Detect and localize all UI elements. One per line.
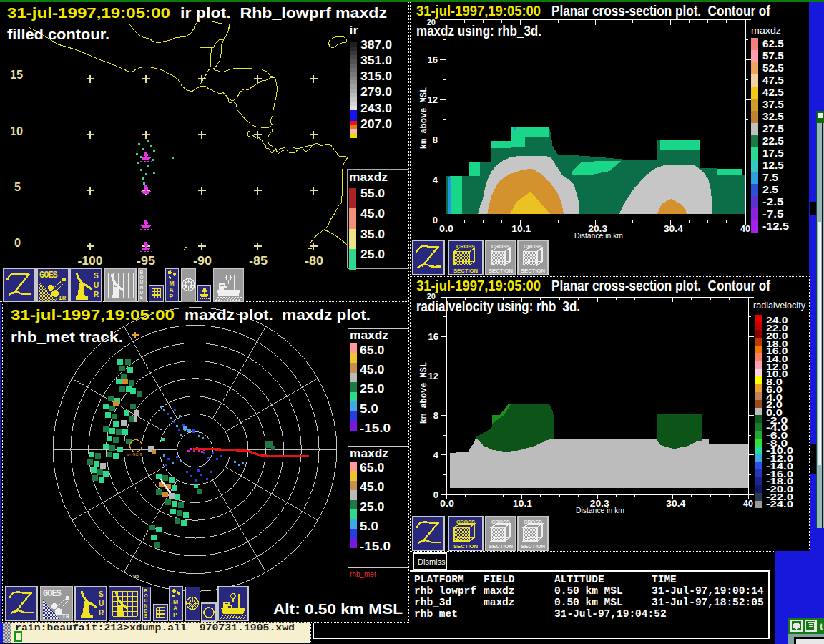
svg-text:radialvelocity using: rhb_3d.: radialvelocity using: rhb_3d.	[416, 298, 580, 314]
svg-text:15: 15	[10, 68, 23, 82]
svg-text:rhb_met: rhb_met	[350, 570, 376, 578]
svg-text:O: O	[140, 275, 144, 280]
svg-text:52.5: 52.5	[762, 62, 784, 74]
svg-text:N: N	[144, 603, 148, 608]
svg-text:ALTITUDE: ALTITUDE	[554, 574, 604, 585]
svg-text:32.5: 32.5	[762, 110, 784, 122]
svg-text:SECTION: SECTION	[489, 268, 513, 274]
svg-text:R: R	[94, 291, 99, 298]
svg-text:U: U	[99, 600, 104, 608]
svg-text:279.0: 279.0	[360, 85, 392, 99]
svg-text:rhb_lowprf: rhb_lowprf	[414, 585, 476, 597]
svg-text:-95: -95	[131, 573, 139, 580]
svg-text:0: 0	[433, 215, 438, 225]
svg-text:-85: -85	[249, 254, 268, 268]
svg-text:km above MSL: km above MSL	[419, 87, 429, 149]
svg-text:0.0: 0.0	[440, 498, 454, 509]
svg-text:U: U	[144, 598, 148, 603]
svg-text:37.5: 37.5	[762, 98, 784, 110]
svg-text:SECTION: SECTION	[489, 543, 513, 550]
svg-text:45.0: 45.0	[360, 363, 384, 376]
svg-text:maxdz: maxdz	[349, 171, 388, 183]
svg-text:maxdz: maxdz	[751, 25, 781, 36]
svg-text:4: 4	[433, 175, 438, 185]
svg-text:CROSS: CROSS	[491, 243, 511, 250]
svg-text:35.0: 35.0	[360, 228, 385, 241]
svg-text:12.5: 12.5	[762, 159, 784, 171]
svg-text:-7.5: -7.5	[762, 208, 784, 220]
svg-text:ir: ir	[349, 24, 358, 36]
svg-text:S: S	[99, 590, 104, 598]
svg-text:16: 16	[428, 54, 438, 65]
svg-text:0: 0	[14, 236, 21, 250]
svg-text:10.1: 10.1	[511, 223, 531, 234]
svg-text:filled contour.: filled contour.	[7, 26, 109, 42]
svg-text:25.0: 25.0	[360, 248, 385, 261]
svg-text:CROSS: CROSS	[491, 519, 511, 525]
svg-text:-15.0: -15.0	[360, 421, 391, 435]
svg-text:387.0: 387.0	[360, 38, 392, 52]
svg-text:rhb_met: rhb_met	[414, 608, 458, 620]
svg-text:17.5: 17.5	[762, 147, 784, 159]
svg-text:Distance in km: Distance in km	[576, 506, 624, 514]
svg-text:SECTION: SECTION	[521, 268, 545, 274]
svg-text:8: 8	[433, 410, 438, 421]
svg-text:31-jul-1997,19:05:00: 31-jul-1997,19:05:00	[11, 306, 175, 323]
svg-text:N: N	[140, 285, 144, 290]
svg-text:0: 0	[433, 489, 438, 500]
svg-text:S: S	[94, 272, 99, 280]
svg-text:10.1: 10.1	[513, 498, 532, 509]
svg-text:ir plot. Rhb_lowprf maxdz: ir plot. Rhb_lowprf maxdz	[180, 4, 387, 21]
svg-text:CROSS: CROSS	[524, 519, 543, 525]
svg-text:Planar cross-section plot. Co: Planar cross-section plot. Contour of	[551, 3, 770, 19]
svg-text:25.0: 25.0	[360, 500, 384, 514]
svg-text:S: S	[140, 295, 144, 300]
svg-text:D: D	[140, 290, 144, 295]
svg-text:U: U	[94, 281, 99, 289]
svg-text:Planar cross-section plot. Co: Planar cross-section plot. Contour of	[551, 278, 770, 293]
svg-text:16: 16	[428, 331, 438, 342]
svg-text:P: P	[170, 293, 174, 300]
svg-text:0.50 km MSL: 0.50 km MSL	[554, 585, 623, 597]
svg-text:12: 12	[428, 371, 438, 381]
svg-text:45.0: 45.0	[360, 207, 385, 220]
svg-text:207.0: 207.0	[360, 117, 392, 131]
svg-text:31-jul-1997,19:05:00: 31-jul-1997,19:05:00	[7, 4, 170, 21]
svg-text:31-Jul-97,19:04:52: 31-Jul-97,19:04:52	[554, 608, 667, 620]
svg-text:SECTION: SECTION	[521, 543, 545, 550]
svg-text:b<-9C-9: b<-9C-9	[127, 452, 143, 457]
svg-text:rain:beaufait:213>xdump.all 9: rain:beaufait:213>xdump.all 970731.1905.…	[15, 623, 295, 633]
svg-text:TIME: TIME	[652, 574, 677, 585]
svg-text:O: O	[144, 593, 148, 598]
svg-text:U: U	[140, 280, 144, 285]
svg-text:25.0: 25.0	[360, 382, 384, 396]
svg-text:maxdz: maxdz	[484, 597, 515, 608]
svg-text:FIELD: FIELD	[484, 574, 515, 585]
svg-text:-2.5: -2.5	[762, 195, 784, 208]
svg-text:Distance in km: Distance in km	[574, 231, 623, 240]
svg-text:2.5: 2.5	[762, 183, 778, 195]
svg-text:-80: -80	[305, 254, 323, 268]
svg-text:D: D	[144, 608, 148, 613]
svg-text:42.5: 42.5	[762, 86, 784, 98]
svg-text:GOES: GOES	[43, 589, 62, 599]
svg-text:.IR: .IR	[58, 613, 70, 620]
svg-text:5.0: 5.0	[360, 519, 378, 533]
svg-text:31-Jul-97,19:00:14: 31-Jul-97,19:00:14	[652, 585, 764, 597]
svg-text:31-jul-1997,19:05:00: 31-jul-1997,19:05:00	[416, 278, 541, 293]
svg-text:22.5: 22.5	[762, 135, 784, 147]
svg-text:-90: -90	[193, 254, 212, 268]
svg-text:R: R	[99, 609, 104, 617]
svg-text:maxdz plot. maxdz plot.: maxdz plot. maxdz plot.	[185, 306, 371, 323]
svg-text:8: 8	[433, 135, 438, 145]
svg-text:243.0: 243.0	[360, 102, 392, 115]
svg-text:-95: -95	[137, 254, 155, 268]
svg-text:B: B	[144, 588, 148, 593]
svg-text:rhb_3d: rhb_3d	[414, 597, 451, 608]
svg-text:4: 4	[433, 449, 439, 460]
svg-text:7.5: 7.5	[762, 171, 778, 183]
svg-text:Alt: 0.50 km MSL: Alt: 0.50 km MSL	[273, 600, 403, 617]
svg-text:40: 40	[743, 498, 753, 509]
svg-text:55.0: 55.0	[360, 187, 385, 200]
svg-text:57.5: 57.5	[762, 49, 784, 62]
